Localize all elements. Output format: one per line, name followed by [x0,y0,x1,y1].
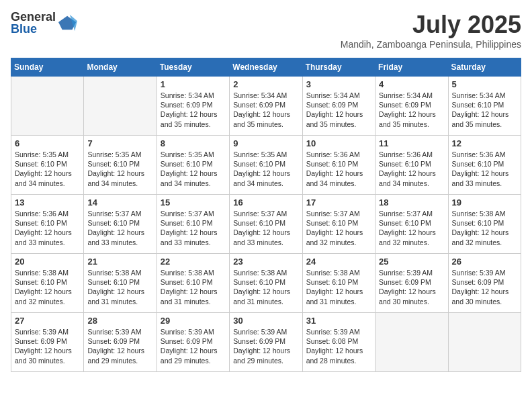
day-number: 22 [161,257,226,267]
calendar-day-cell: 29Sunrise: 5:39 AM Sunset: 6:09 PM Dayli… [157,313,229,372]
weekday-header-monday: Monday [84,58,157,77]
day-number: 15 [161,197,226,208]
day-info: Sunrise: 5:37 AM Sunset: 6:10 PM Dayligh… [87,209,152,247]
day-number: 16 [233,197,298,208]
day-number: 28 [87,316,152,326]
day-info: Sunrise: 5:38 AM Sunset: 6:10 PM Dayligh… [452,209,517,247]
day-number: 11 [379,138,444,148]
calendar-day-cell: 3Sunrise: 5:34 AM Sunset: 6:09 PM Daylig… [302,77,375,136]
calendar-day-cell: 13Sunrise: 5:36 AM Sunset: 6:10 PM Dayli… [11,195,84,254]
day-number: 5 [452,79,517,89]
calendar-day-cell: 22Sunrise: 5:38 AM Sunset: 6:10 PM Dayli… [157,254,229,313]
page-header: General Blue July 2025 Mandih, Zamboanga… [11,11,521,50]
calendar-day-cell: 24Sunrise: 5:38 AM Sunset: 6:10 PM Dayli… [302,254,375,313]
day-number: 29 [161,316,226,326]
calendar-day-cell [11,77,84,136]
logo-general: General [11,11,56,23]
day-info: Sunrise: 5:39 AM Sunset: 6:09 PM Dayligh… [379,268,444,306]
calendar-day-cell: 14Sunrise: 5:37 AM Sunset: 6:10 PM Dayli… [84,195,157,254]
day-number: 30 [233,316,298,326]
day-number: 21 [87,257,152,267]
day-number: 7 [87,138,152,148]
day-info: Sunrise: 5:34 AM Sunset: 6:09 PM Dayligh… [379,91,444,129]
calendar-day-cell: 2Sunrise: 5:34 AM Sunset: 6:09 PM Daylig… [230,77,302,136]
day-number: 20 [15,257,80,267]
day-number: 12 [452,138,517,148]
day-info: Sunrise: 5:37 AM Sunset: 6:10 PM Dayligh… [379,209,444,247]
day-info: Sunrise: 5:39 AM Sunset: 6:09 PM Dayligh… [87,327,152,365]
day-number: 19 [452,197,517,208]
day-number: 24 [306,257,371,267]
page-subtitle: Mandih, Zamboanga Peninsula, Philippines [341,39,521,50]
calendar-week-4: 20Sunrise: 5:38 AM Sunset: 6:10 PM Dayli… [11,254,521,313]
day-number: 6 [15,138,80,148]
day-info: Sunrise: 5:36 AM Sunset: 6:10 PM Dayligh… [306,150,371,188]
day-number: 4 [379,79,444,89]
day-number: 14 [87,197,152,208]
day-number: 25 [379,257,444,267]
calendar-day-cell [448,313,521,372]
weekday-header-sunday: Sunday [11,58,84,77]
calendar-day-cell: 5Sunrise: 5:34 AM Sunset: 6:10 PM Daylig… [448,77,521,136]
calendar-day-cell: 15Sunrise: 5:37 AM Sunset: 6:10 PM Dayli… [157,195,229,254]
calendar-day-cell: 12Sunrise: 5:36 AM Sunset: 6:10 PM Dayli… [448,136,521,195]
calendar-day-cell: 30Sunrise: 5:39 AM Sunset: 6:09 PM Dayli… [230,313,302,372]
day-info: Sunrise: 5:38 AM Sunset: 6:10 PM Dayligh… [306,268,371,306]
calendar-day-cell: 18Sunrise: 5:37 AM Sunset: 6:10 PM Dayli… [375,195,448,254]
calendar-day-cell: 19Sunrise: 5:38 AM Sunset: 6:10 PM Dayli… [448,195,521,254]
day-info: Sunrise: 5:39 AM Sunset: 6:08 PM Dayligh… [306,327,371,365]
calendar-day-cell: 11Sunrise: 5:36 AM Sunset: 6:10 PM Dayli… [375,136,448,195]
weekday-header-wednesday: Wednesday [230,58,302,77]
calendar-day-cell: 21Sunrise: 5:38 AM Sunset: 6:10 PM Dayli… [84,254,157,313]
calendar-week-3: 13Sunrise: 5:36 AM Sunset: 6:10 PM Dayli… [11,195,521,254]
day-info: Sunrise: 5:35 AM Sunset: 6:10 PM Dayligh… [233,150,298,188]
day-number: 8 [161,138,226,148]
calendar-day-cell: 16Sunrise: 5:37 AM Sunset: 6:10 PM Dayli… [230,195,302,254]
day-info: Sunrise: 5:35 AM Sunset: 6:10 PM Dayligh… [161,150,226,188]
day-number: 31 [306,316,371,326]
calendar-day-cell: 8Sunrise: 5:35 AM Sunset: 6:10 PM Daylig… [157,136,229,195]
calendar-day-cell: 7Sunrise: 5:35 AM Sunset: 6:10 PM Daylig… [84,136,157,195]
calendar-day-cell: 25Sunrise: 5:39 AM Sunset: 6:09 PM Dayli… [375,254,448,313]
day-info: Sunrise: 5:34 AM Sunset: 6:10 PM Dayligh… [452,91,517,129]
day-info: Sunrise: 5:38 AM Sunset: 6:10 PM Dayligh… [161,268,226,306]
day-info: Sunrise: 5:37 AM Sunset: 6:10 PM Dayligh… [161,209,226,247]
day-info: Sunrise: 5:34 AM Sunset: 6:09 PM Dayligh… [161,91,226,129]
day-number: 27 [15,316,80,326]
page-title: July 2025 [341,11,521,39]
calendar-table: SundayMondayTuesdayWednesdayThursdayFrid… [11,58,521,372]
weekday-header-saturday: Saturday [448,58,521,77]
day-info: Sunrise: 5:36 AM Sunset: 6:10 PM Dayligh… [379,150,444,188]
day-info: Sunrise: 5:35 AM Sunset: 6:10 PM Dayligh… [15,150,80,188]
day-info: Sunrise: 5:36 AM Sunset: 6:10 PM Dayligh… [452,150,517,188]
calendar-day-cell: 23Sunrise: 5:38 AM Sunset: 6:10 PM Dayli… [230,254,302,313]
calendar-day-cell: 4Sunrise: 5:34 AM Sunset: 6:09 PM Daylig… [375,77,448,136]
weekday-header-tuesday: Tuesday [157,58,229,77]
weekday-header-row: SundayMondayTuesdayWednesdayThursdayFrid… [11,58,521,77]
day-info: Sunrise: 5:39 AM Sunset: 6:09 PM Dayligh… [452,268,517,306]
day-number: 23 [233,257,298,267]
day-info: Sunrise: 5:35 AM Sunset: 6:10 PM Dayligh… [87,150,152,188]
day-info: Sunrise: 5:39 AM Sunset: 6:09 PM Dayligh… [233,327,298,365]
calendar-day-cell: 27Sunrise: 5:39 AM Sunset: 6:09 PM Dayli… [11,313,84,372]
day-info: Sunrise: 5:38 AM Sunset: 6:10 PM Dayligh… [233,268,298,306]
calendar-day-cell: 28Sunrise: 5:39 AM Sunset: 6:09 PM Dayli… [84,313,157,372]
calendar-day-cell [375,313,448,372]
day-info: Sunrise: 5:37 AM Sunset: 6:10 PM Dayligh… [306,209,371,247]
calendar-day-cell: 6Sunrise: 5:35 AM Sunset: 6:10 PM Daylig… [11,136,84,195]
day-number: 1 [161,79,226,89]
day-info: Sunrise: 5:36 AM Sunset: 6:10 PM Dayligh… [15,209,80,247]
weekday-header-friday: Friday [375,58,448,77]
calendar-week-1: 1Sunrise: 5:34 AM Sunset: 6:09 PM Daylig… [11,77,521,136]
calendar-week-5: 27Sunrise: 5:39 AM Sunset: 6:09 PM Dayli… [11,313,521,372]
day-info: Sunrise: 5:39 AM Sunset: 6:09 PM Dayligh… [15,327,80,365]
day-info: Sunrise: 5:39 AM Sunset: 6:09 PM Dayligh… [161,327,226,365]
logo-icon [58,13,77,32]
day-number: 13 [15,197,80,208]
logo: General Blue [11,11,77,35]
calendar-day-cell: 26Sunrise: 5:39 AM Sunset: 6:09 PM Dayli… [448,254,521,313]
calendar-day-cell [84,77,157,136]
day-info: Sunrise: 5:38 AM Sunset: 6:10 PM Dayligh… [87,268,152,306]
calendar-day-cell: 9Sunrise: 5:35 AM Sunset: 6:10 PM Daylig… [230,136,302,195]
calendar-day-cell: 20Sunrise: 5:38 AM Sunset: 6:10 PM Dayli… [11,254,84,313]
